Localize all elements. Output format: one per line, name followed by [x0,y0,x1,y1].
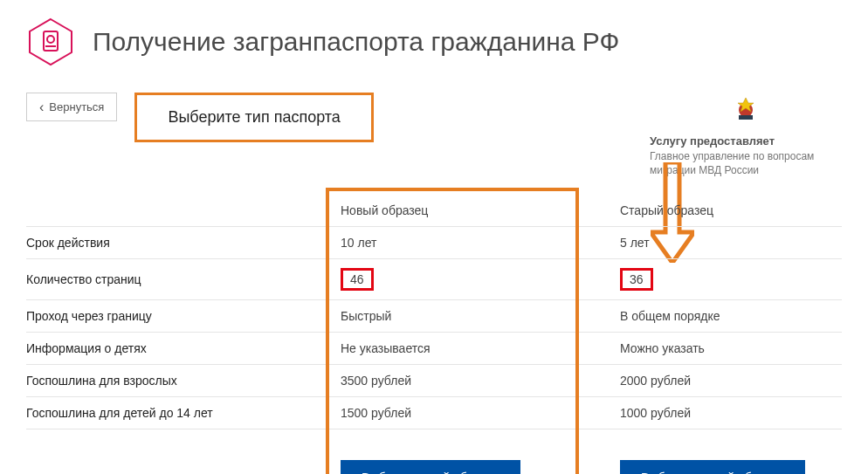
table-row: Госпошлина для детей до 14 лет 1500 рубл… [26,397,842,429]
svg-rect-4 [739,115,753,120]
cell-new: 3500 рублей [341,365,620,397]
page-title: Получение загранпаспорта гражданина РФ [93,27,619,57]
table-row: Информация о детях Не указывается Можно … [26,333,842,365]
highlight-box: 46 [341,268,374,291]
mvd-emblem-icon [650,93,842,127]
back-label: Вернуться [49,100,104,113]
row-label: Проход через границу [26,300,341,333]
row-label: Количество страниц [26,259,341,300]
table-row: Количество страниц 46 36 [26,259,842,300]
passport-icon [26,17,75,66]
row-label: Госпошлина для взрослых [26,365,341,397]
cell-new: 1500 рублей [341,397,620,429]
back-button[interactable]: Вернуться [26,93,117,121]
cell-old: 5 лет [620,227,842,259]
row-label: Информация о детях [26,333,341,365]
cell-new: Быстрый [341,300,620,333]
cell-old: 2000 рублей [620,365,842,397]
provider-heading: Услугу предоставляет [650,134,842,148]
cell-old: 1000 рублей [620,397,842,429]
row-label: Срок действия [26,227,341,259]
choose-old-button[interactable]: Выбрать старый образец [620,460,805,474]
svg-point-1 [47,36,54,43]
column-header-old: Старый образец [620,195,842,227]
column-header-new: Новый образец [341,195,620,227]
table-row: Срок действия 10 лет 5 лет [26,227,842,259]
cell-old: В общем порядке [620,300,842,333]
highlight-box: 36 [620,268,653,291]
cell-old: 36 [620,259,842,300]
table-row: Проход через границу Быстрый В общем пор… [26,300,842,333]
cell-new: 10 лет [341,227,620,259]
cell-new: 46 [341,259,620,300]
svg-rect-0 [44,31,58,51]
comparison-table: Новый образец Старый образец Срок действ… [26,195,842,474]
table-row: Госпошлина для взрослых 3500 рублей 2000… [26,365,842,397]
cell-new: Не указывается [341,333,620,365]
choose-new-button[interactable]: Выбрать новый образец [341,460,520,474]
choose-type-box: Выберите тип паспорта [134,93,373,142]
row-label: Госпошлина для детей до 14 лет [26,397,341,429]
cell-old: Можно указать [620,333,842,365]
